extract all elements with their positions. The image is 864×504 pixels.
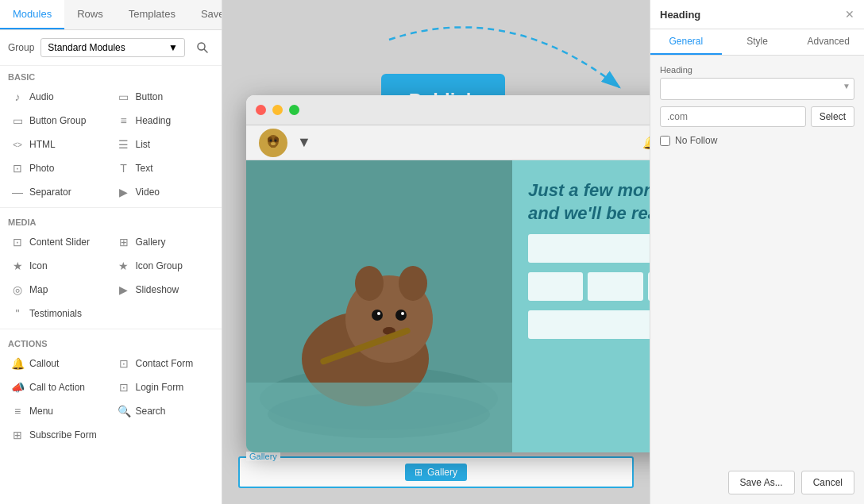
module-video-label: Video <box>136 187 160 198</box>
module-heading[interactable]: ≡ Heading <box>111 109 218 133</box>
module-list-label: List <box>136 139 151 150</box>
testimonials-icon: " <box>11 307 24 320</box>
save-as-button[interactable]: Save As... <box>728 471 795 494</box>
form-input-2[interactable] <box>528 272 583 301</box>
module-login-form[interactable]: ⊡ Login Form <box>111 375 218 399</box>
nav-dropdown-icon[interactable]: ▼ <box>297 134 311 151</box>
module-button-label: Button <box>136 91 164 102</box>
site-logo <box>259 129 287 157</box>
module-slideshow[interactable]: ▶ Slideshow <box>111 278 218 302</box>
chevron-down-icon: ▼ <box>168 42 178 53</box>
module-audio[interactable]: ♪ Audio <box>5 85 111 109</box>
minimize-window-button[interactable] <box>272 105 283 115</box>
main-canvas: Publish <box>222 0 650 504</box>
svg-point-19 <box>355 266 384 301</box>
module-contact-form-label: Contact Form <box>136 358 194 369</box>
icon-icon: ★ <box>11 260 24 272</box>
tab-modules[interactable]: Modules <box>0 0 64 29</box>
module-separator-label: Separator <box>29 187 71 198</box>
modal-window: ▼ 🔔 + Done <box>246 95 650 452</box>
module-contact-form[interactable]: ⊡ Contact Form <box>111 352 218 375</box>
heading-icon: ≡ <box>118 114 130 127</box>
module-callout-label: Callout <box>29 358 59 369</box>
modal-heading: Just a few more logsand we'll be ready..… <box>528 179 650 225</box>
actions-section-label: Actions <box>0 333 222 352</box>
notification-bell-icon[interactable]: 🔔 <box>642 135 650 150</box>
module-icon[interactable]: ★ Icon <box>5 254 111 278</box>
group-row: Group Standard Modules ▼ <box>0 30 222 66</box>
module-button[interactable]: ▭ Button <box>111 85 218 109</box>
module-list[interactable]: ☰ List <box>111 133 218 156</box>
url-field-row: Select <box>660 106 854 127</box>
gallery-section-label: Gallery <box>246 452 280 461</box>
form-input-1[interactable] <box>528 234 650 263</box>
module-icon-group[interactable]: ★ Icon Group <box>111 254 218 278</box>
svg-point-24 <box>401 312 404 315</box>
form-input-6[interactable] <box>528 310 650 339</box>
tab-general[interactable]: General <box>650 29 722 55</box>
html-icon: <> <box>11 140 24 149</box>
module-subscribe-form[interactable]: ⊞ Subscribe Form <box>5 423 111 447</box>
module-separator[interactable]: — Separator <box>5 180 111 204</box>
callout-icon: 🔔 <box>11 357 24 370</box>
module-menu[interactable]: ≡ Menu <box>5 399 111 423</box>
close-icon[interactable]: ✕ <box>845 8 854 21</box>
group-select-dropdown[interactable]: Standard Modules ▼ <box>40 38 185 57</box>
module-subscribe-form-label: Subscribe Form <box>29 429 97 441</box>
right-panel: Heading ✕ General Style Advanced Heading… <box>650 0 864 504</box>
basic-modules-grid: ♪ Audio ▭ Button ▭ Button Group ≡ Headin… <box>0 85 222 204</box>
module-call-to-action[interactable]: 📣 Call to Action <box>5 375 111 399</box>
module-button-group[interactable]: ▭ Button Group <box>5 109 111 133</box>
photo-icon: ⊡ <box>11 162 24 175</box>
module-audio-label: Audio <box>29 91 54 102</box>
module-photo[interactable]: ⊡ Photo <box>5 156 111 180</box>
right-panel-header: Heading ✕ <box>650 0 864 29</box>
gallery-item-bar[interactable]: ⊞ Gallery <box>405 464 467 481</box>
select-button[interactable]: Select <box>811 106 854 127</box>
svg-line-1 <box>204 49 207 52</box>
form-input-3[interactable] <box>588 272 642 301</box>
search-button[interactable] <box>191 37 214 59</box>
module-text[interactable]: T Text <box>111 156 218 180</box>
svg-point-22 <box>395 310 407 321</box>
modal-titlebar <box>246 95 650 125</box>
module-map[interactable]: ◎ Map <box>5 278 111 302</box>
gallery-icon-small: ⊞ <box>415 467 422 478</box>
module-html[interactable]: <> HTML <box>5 133 111 156</box>
tab-style[interactable]: Style <box>722 29 793 55</box>
gallery-item-label: Gallery <box>427 467 457 478</box>
right-panel-content: Heading ▼ Select No Follow <box>650 56 864 164</box>
right-panel-title: Heading <box>660 9 700 21</box>
svg-point-8 <box>275 139 277 141</box>
module-callout[interactable]: 🔔 Callout <box>5 352 111 375</box>
maximize-window-button[interactable] <box>289 105 299 115</box>
content-slider-icon: ⊡ <box>11 236 24 248</box>
module-video[interactable]: ▶ Video <box>111 180 218 204</box>
module-gallery-label: Gallery <box>136 237 166 248</box>
no-follow-checkbox[interactable] <box>660 136 670 146</box>
no-follow-label: No Follow <box>675 135 717 146</box>
divider-1 <box>0 207 222 208</box>
right-panel-tabs: General Style Advanced <box>650 29 864 56</box>
form-input-4[interactable] <box>648 272 650 301</box>
module-button-group-label: Button Group <box>29 115 86 126</box>
tab-templates[interactable]: Templates <box>116 0 188 29</box>
cancel-button[interactable]: Cancel <box>801 471 854 494</box>
modal-image-left <box>246 160 512 452</box>
audio-icon: ♪ <box>11 90 24 103</box>
divider-2 <box>0 329 222 329</box>
tab-advanced[interactable]: Advanced <box>793 29 864 55</box>
basic-section-label: Basic <box>0 66 222 85</box>
close-window-button[interactable] <box>256 105 266 115</box>
module-testimonials[interactable]: " Testimonials <box>5 302 111 325</box>
login-form-icon: ⊡ <box>118 381 130 394</box>
url-input[interactable] <box>660 106 806 127</box>
tab-rows[interactable]: Rows <box>64 0 116 29</box>
svg-point-20 <box>399 266 427 301</box>
module-gallery[interactable]: ⊞ Gallery <box>111 230 218 254</box>
module-content-slider[interactable]: ⊡ Content Slider <box>5 230 111 254</box>
module-search[interactable]: 🔍 Search <box>111 399 218 423</box>
modules-tabs: Modules Rows Templates Saved <box>0 0 222 30</box>
no-follow-row: No Follow <box>660 135 854 146</box>
tab-saved[interactable]: Saved <box>188 0 222 29</box>
